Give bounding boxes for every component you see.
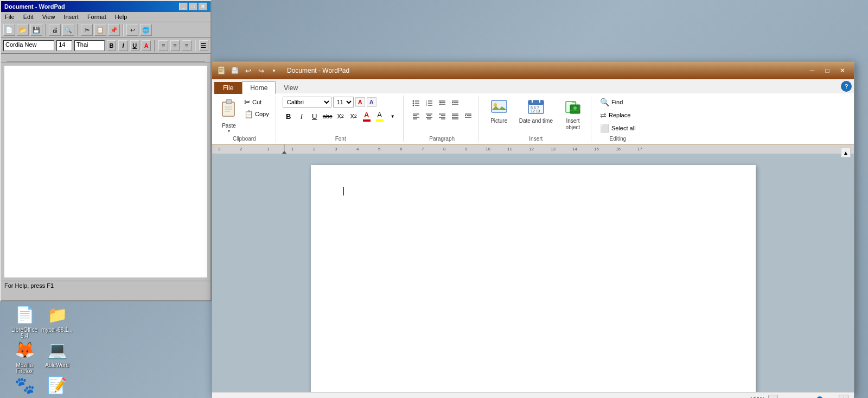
old-lang-select[interactable]: Thai [74, 40, 105, 51]
desktop-icon-ableword[interactable]: 💻 AbleWord [38, 337, 76, 370]
old-color-btn[interactable]: A [142, 40, 151, 51]
highlight-btn[interactable]: A [374, 110, 386, 122]
old-menu-insert[interactable]: Insert [62, 13, 80, 21]
align-left-btn[interactable] [410, 110, 422, 122]
old-font-select[interactable]: Cordia New [3, 40, 54, 51]
object-icon [564, 98, 582, 118]
new-wp-maximize-btn[interactable]: □ [820, 64, 834, 78]
old-wp-minimize[interactable]: _ [179, 3, 188, 10]
ribbon-collapse-btn[interactable]: ▲ [841, 148, 851, 157]
subscript-btn[interactable]: X2 [335, 110, 347, 122]
document-page[interactable] [311, 165, 756, 392]
new-wordpad-window-buttons: ─ □ ✕ [805, 64, 850, 78]
align-right-btn[interactable] [436, 110, 448, 122]
numbered-list-btn[interactable]: 1. 2. 3. [423, 97, 435, 109]
justify-btn[interactable] [449, 110, 461, 122]
old-tb-cut[interactable]: ✂ [81, 24, 93, 36]
rtl-btn[interactable] [462, 110, 474, 122]
zoom-out-btn[interactable]: − [768, 395, 778, 399]
old-menu-view[interactable]: View [41, 13, 57, 21]
tab-file-label: File [223, 84, 233, 92]
old-underline-btn[interactable]: U [130, 40, 139, 51]
desktop-icon-mypal[interactable]: 📁 mypal-68.1... [38, 301, 76, 335]
svg-text:12 13: 12 13 [531, 109, 540, 113]
paste-dropdown-arrow[interactable]: ▼ [227, 129, 231, 134]
old-tb-paste[interactable]: 📌 [108, 24, 120, 36]
font-shrink-btn[interactable]: A [367, 97, 376, 107]
align-center-btn[interactable] [423, 110, 435, 122]
old-menu-edit[interactable]: Edit [22, 13, 35, 21]
old-tb-copy[interactable]: 📋 [94, 24, 106, 36]
old-menu-help[interactable]: Help [113, 13, 129, 21]
document-area[interactable] [212, 154, 854, 392]
old-wp-close[interactable]: ✕ [199, 3, 207, 10]
indent-increase-btn[interactable] [449, 97, 461, 109]
old-tb-extra[interactable]: 🌐 [140, 24, 152, 36]
svg-rect-7 [232, 71, 238, 73]
desktop-icon-6[interactable]: 📝 [38, 372, 76, 398]
old-menu-file[interactable]: File [3, 13, 16, 21]
font-grow-btn[interactable]: A [355, 97, 365, 107]
bold-btn[interactable]: B [283, 110, 295, 122]
font-label: Font [335, 135, 346, 142]
bullet-list-btn[interactable] [410, 97, 422, 109]
font-color-btn[interactable]: A [361, 110, 373, 122]
old-menu-format[interactable]: Format [86, 13, 108, 21]
tab-home[interactable]: Home [242, 81, 276, 94]
italic-btn[interactable]: I [296, 110, 308, 122]
old-align-left[interactable]: ≡ [158, 40, 168, 51]
old-tb-undo[interactable]: ↩ [126, 24, 138, 36]
cut-btn[interactable]: ✂ Cut [242, 97, 271, 108]
replace-icon: ⇄ [600, 111, 607, 119]
qat-dropdown-btn[interactable]: ▼ [269, 65, 279, 76]
old-tb-new[interactable]: 📄 [3, 24, 15, 36]
qat-wordpad-icon[interactable] [216, 65, 227, 76]
old-tb-sep3 [123, 24, 124, 36]
paste-icon-svg [220, 98, 238, 118]
old-align-center[interactable]: ≡ [170, 40, 180, 51]
qat-undo-btn[interactable]: ↩ [242, 65, 253, 76]
qat-save-btn[interactable] [229, 65, 240, 76]
underline-btn[interactable]: U [309, 110, 321, 122]
new-wp-close-btn[interactable]: ✕ [835, 64, 850, 78]
zoom-in-btn[interactable]: + [839, 395, 848, 399]
tab-home-label: Home [250, 84, 267, 92]
paste-btn[interactable]: Paste ▼ [218, 97, 240, 135]
font-size-select[interactable]: 11 [333, 97, 354, 108]
new-wp-minimize-btn[interactable]: ─ [805, 64, 819, 78]
highlight-icon: A [377, 111, 382, 119]
old-italic-btn[interactable]: I [118, 40, 127, 51]
date-time-btn[interactable]: 5 6 7 12 13 Date and time [516, 97, 556, 126]
select-all-btn[interactable]: ⬜ Select all [598, 123, 638, 134]
strikethrough-btn[interactable]: abc [322, 110, 334, 122]
old-tb-open[interactable]: 📂 [17, 24, 29, 36]
find-btn[interactable]: 🔍 Find [598, 97, 638, 108]
paste-icon [220, 98, 238, 122]
svg-rect-6 [233, 67, 236, 70]
svg-text:8: 8 [443, 147, 446, 151]
old-list-btn[interactable]: ☰ [199, 40, 208, 51]
ribbon-help-btn[interactable]: ? [841, 81, 852, 92]
object-btn[interactable]: Insertobject [559, 97, 586, 132]
old-align-right[interactable]: ≡ [182, 40, 191, 51]
old-size-select[interactable]: 14 [56, 40, 72, 51]
highlight-dropdown-btn[interactable]: ▼ [387, 110, 399, 122]
old-tb-save[interactable]: 💾 [30, 24, 42, 36]
tab-view[interactable]: View [276, 81, 306, 94]
paragraph-label: Paragraph [429, 135, 455, 142]
indent-decrease-btn[interactable] [436, 97, 448, 109]
paste-btn-wrap: Paste ▼ [218, 97, 240, 135]
copy-btn[interactable]: 📋 Copy [242, 109, 271, 119]
superscript-btn[interactable]: X2 [348, 110, 360, 122]
font-name-select[interactable]: Calibri [283, 97, 331, 108]
old-wordpad-formatbar: Cordia New 14 Thai B I U A ≡ ≡ ≡ ☰ [1, 38, 210, 54]
picture-btn[interactable]: Picture [486, 97, 513, 125]
zoom-thumb[interactable] [816, 396, 823, 399]
old-tb-preview[interactable]: 🔍 [62, 24, 74, 36]
replace-btn[interactable]: ⇄ Replace [598, 110, 638, 121]
qat-redo-btn[interactable]: ↪ [256, 65, 266, 76]
old-bold-btn[interactable]: B [107, 40, 116, 51]
old-wp-maximize[interactable]: □ [189, 3, 197, 10]
tab-file[interactable]: File [214, 82, 242, 94]
old-tb-print[interactable]: 🖨 [49, 24, 61, 36]
